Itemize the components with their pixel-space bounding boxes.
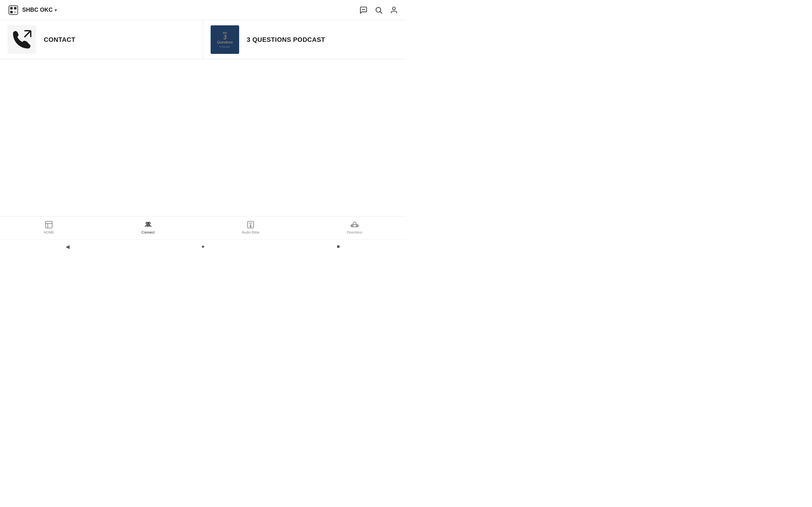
nav-item-home[interactable]: HOME (36, 219, 62, 235)
svg-rect-0 (9, 6, 18, 14)
nav-label-home: HOME (44, 230, 54, 234)
system-navigation: ◀ ● ■ (0, 239, 406, 253)
nav-label-connect: Connect (142, 230, 154, 234)
podcast-questions: Questions (217, 40, 233, 44)
audio-bible-icon (246, 220, 255, 229)
main-content: CONTACT the 3 Questions Podcast 3 QUESTI… (0, 20, 406, 216)
contact-thumbnail (8, 25, 36, 54)
svg-point-10 (393, 7, 396, 10)
contact-label: CONTACT (44, 36, 75, 43)
podcast-label: 3 QUESTIONS PODCAST (247, 36, 325, 43)
svg-rect-3 (10, 11, 13, 13)
podcast-thumbnail: the 3 Questions Podcast (211, 25, 239, 54)
search-icon[interactable] (374, 6, 383, 14)
app-title[interactable]: SHBC OKC ▾ (22, 7, 57, 13)
chevron-down-icon: ▾ (55, 8, 57, 13)
nav-item-audio-bible[interactable]: Audio Bible (234, 219, 267, 235)
app-title-text: SHBC OKC (22, 7, 53, 13)
recents-button[interactable]: ■ (334, 242, 343, 251)
nav-label-audio-bible: Audio Bible (242, 230, 259, 234)
header-left: SHBC OKC ▾ (8, 4, 57, 16)
cards-grid: CONTACT the 3 Questions Podcast 3 QUESTI… (0, 20, 406, 59)
svg-rect-2 (14, 7, 16, 9)
podcast-card[interactable]: the 3 Questions Podcast 3 QUESTIONS PODC… (203, 20, 406, 59)
podcast-word: Podcast (220, 46, 230, 48)
podcast-3: 3 (223, 35, 226, 40)
svg-rect-14 (46, 222, 52, 228)
home-button[interactable]: ● (199, 242, 207, 251)
account-icon[interactable] (390, 6, 398, 14)
svg-point-25 (356, 225, 358, 227)
svg-line-13 (24, 31, 31, 37)
svg-point-18 (148, 222, 150, 224)
bottom-navigation: HOME Connect Audio Bible (0, 216, 406, 239)
contact-card[interactable]: CONTACT (0, 20, 203, 59)
nav-item-directions[interactable]: Directions (339, 219, 370, 235)
directions-icon (350, 220, 359, 229)
svg-rect-1 (10, 7, 13, 9)
app-header: SHBC OKC ▾ (0, 0, 406, 20)
header-actions (359, 6, 398, 14)
svg-point-24 (352, 225, 353, 227)
svg-point-17 (146, 222, 148, 224)
chat-icon[interactable] (359, 6, 368, 14)
nav-item-connect[interactable]: Connect (134, 219, 162, 235)
back-button[interactable]: ◀ (63, 242, 72, 251)
nav-label-directions: Directions (347, 230, 362, 234)
app-logo (8, 4, 19, 16)
home-icon (44, 220, 53, 229)
empty-area (0, 59, 406, 216)
connect-icon (144, 220, 153, 229)
svg-line-9 (380, 11, 382, 13)
svg-rect-4 (14, 11, 16, 13)
svg-point-8 (376, 7, 380, 12)
